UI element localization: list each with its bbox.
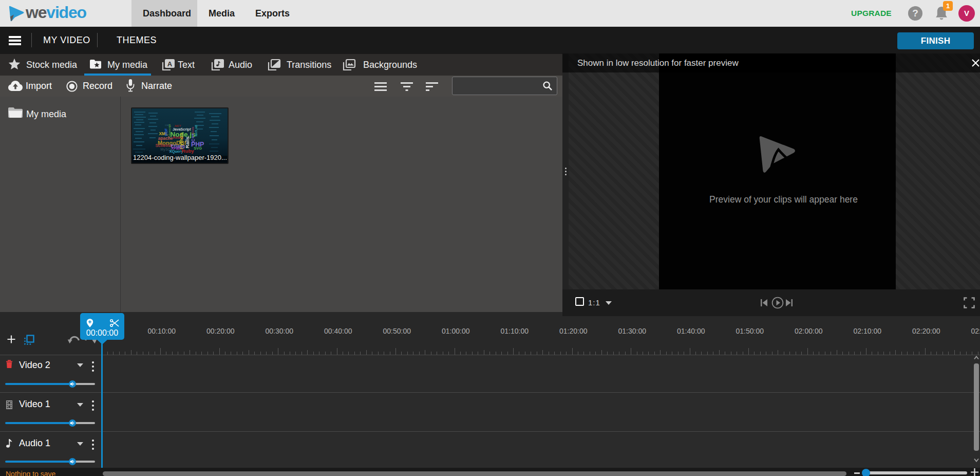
svg-text:Rails: Rails (184, 137, 190, 149)
svg-text:RDF: RDF (164, 128, 168, 136)
svg-text:MATLAB: MATLAB (195, 125, 198, 136)
svg-text:.NET: .NET (174, 124, 181, 127)
svg-text:CSS: CSS (165, 124, 169, 126)
svg-text:A: A (167, 60, 173, 68)
svg-text:SVG: SVG (194, 146, 202, 151)
svg-text:Scala: Scala (191, 127, 194, 134)
svg-text:Ruby: Ruby (182, 148, 195, 154)
